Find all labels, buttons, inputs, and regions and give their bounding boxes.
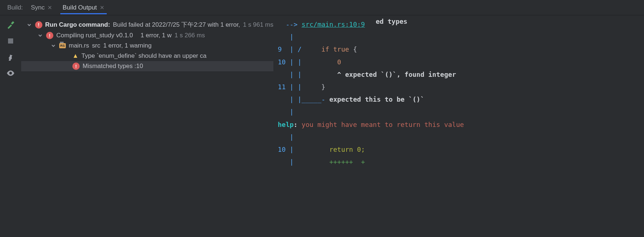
root-title: Run Cargo command: [45, 21, 110, 29]
error-icon: ! [72, 63, 80, 70]
tab-build-output[interactable]: Build Output ✕ [60, 1, 107, 14]
close-icon[interactable]: ✕ [48, 4, 52, 11]
error-icon: ! [35, 21, 42, 29]
note-message: expected this to be `()` [329, 95, 424, 103]
tab-label: Sync [31, 4, 45, 11]
help-label: help [278, 121, 293, 128]
close-icon[interactable]: ✕ [100, 4, 105, 11]
pin-icon[interactable] [6, 53, 15, 61]
svg-rect-0 [8, 38, 13, 44]
compiling-label: Compiling rust_study v0.1.0 [56, 32, 133, 39]
workarea: ! Run Cargo command: Build failed at 202… [21, 15, 644, 237]
tabbar-label: Build: [7, 4, 23, 11]
output-pane: ed types --> src/main.rs:10:9 | 9 | / if… [273, 15, 644, 237]
compiling-summary: 1 error, 1 w [141, 32, 172, 39]
build-tree: ! Run Cargo command: Build failed at 202… [21, 15, 273, 237]
tree-compiling-row[interactable]: ! Compiling rust_study v0.1.0 1 error, 1… [21, 30, 273, 41]
file-path: src [92, 42, 101, 49]
tree-error-row[interactable]: ! Mismatched types :10 [21, 61, 273, 71]
stop-icon[interactable] [6, 37, 15, 45]
source-link[interactable]: src/main.rs:10:9 [302, 20, 365, 28]
warning-icon: ▲ [72, 52, 79, 60]
compiler-output: --> src/main.rs:10:9 | 9 | / if true { 1… [278, 18, 644, 168]
file-summary: 1 error, 1 warning [103, 42, 151, 49]
arrow-icon: --> [286, 20, 298, 28]
line-number: 11 [278, 83, 286, 91]
error-message: expected `()`, found integer [345, 71, 456, 78]
error-icon: ! [46, 32, 53, 39]
tab-sync[interactable]: Sync ✕ [29, 1, 55, 14]
rust-file-icon: RS [59, 43, 66, 48]
line-number: 9 [278, 45, 282, 53]
tabbar: Build: Sync ✕ Build Output ✕ [0, 0, 644, 15]
file-name: main.rs [69, 42, 89, 49]
tree-file-row[interactable]: RS main.rs src 1 error, 1 warning [21, 41, 273, 51]
tree-root-row[interactable]: ! Run Cargo command: Build failed at 202… [21, 19, 273, 30]
chevron-down-icon[interactable] [26, 22, 32, 28]
line-number: 10 [278, 146, 286, 153]
eye-icon[interactable] [6, 69, 15, 78]
tree-warning-row[interactable]: ▲ Type `enum_define` should have an uppe… [21, 51, 273, 61]
compiling-duration: 1 s 266 ms [175, 32, 205, 39]
root-status: Build failed at 2022/7/25 下午2:27 with 1 … [113, 20, 240, 29]
tab-label: Build Output [62, 4, 97, 11]
chevron-down-icon[interactable] [50, 43, 56, 49]
root-duration: 1 s 961 ms [243, 21, 273, 29]
error-text: Mismatched types :10 [83, 63, 143, 70]
hammer-icon[interactable] [6, 20, 15, 29]
tool-strip [0, 15, 21, 237]
line-number: 10 [278, 58, 286, 66]
warning-text: Type `enum_define` should have an upper … [82, 52, 207, 60]
fragment-header: ed types [376, 15, 408, 28]
help-message: you might have meant to return this valu… [302, 121, 464, 128]
chevron-down-icon[interactable] [37, 33, 43, 38]
main: ! Run Cargo command: Build failed at 202… [0, 15, 644, 237]
